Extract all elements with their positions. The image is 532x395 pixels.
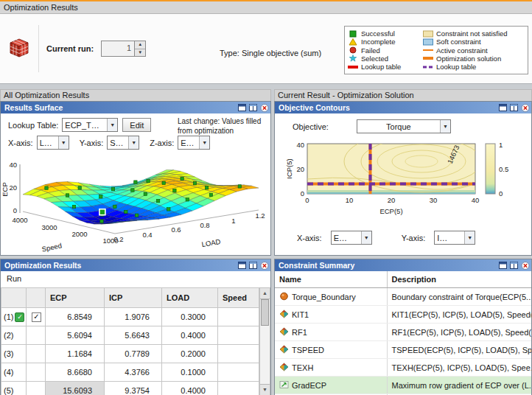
constraint-row[interactable]: KIT1 KIT1(ECP(5), ICP(5), LOAD(5), Speed… xyxy=(275,306,531,324)
scroll-up-button[interactable]: ▲ xyxy=(260,288,270,299)
x-tick: 0 xyxy=(305,196,309,204)
close-icon[interactable] xyxy=(520,261,530,270)
selected-marker-icon xyxy=(347,55,359,62)
load-axis-title: LOAD xyxy=(201,237,221,248)
speed-tick: 3000 xyxy=(41,223,57,231)
legend-item-lookup-table-purple: Lookup table xyxy=(422,63,525,71)
x-axis-label: X-axis: xyxy=(8,139,33,147)
edit-button[interactable]: Edit xyxy=(122,118,151,132)
col-header-ecp[interactable]: ECP xyxy=(46,288,105,308)
table-row[interactable]: (2) 5.6094 5.6643 0.4000 xyxy=(1,326,259,345)
table-row[interactable]: (3) 1.1684 0.7789 0.2000 xyxy=(1,345,259,363)
z-axis-title: ECP xyxy=(1,182,9,197)
chevron-down-icon: ▼ xyxy=(464,231,475,244)
chevron-down-icon: ▼ xyxy=(361,231,371,244)
constraint-row[interactable]: RF1 RF1(ECP(5), ICP(5), LOAD(5), Speed( xyxy=(275,324,531,341)
speed-tick: 2000 xyxy=(71,230,87,238)
lookup-table-label: Lookup Table: xyxy=(8,121,58,130)
x-axis-select[interactable]: L… ▼ xyxy=(37,136,69,150)
load-tick: 0.6 xyxy=(171,226,181,234)
undock-icon[interactable] xyxy=(509,103,519,112)
contour-y-axis-select[interactable]: I… ▼ xyxy=(434,231,475,245)
y-axis-select[interactable]: S… ▼ xyxy=(107,136,139,150)
contour-x-axis-label: X-axis: xyxy=(297,234,322,242)
legend-item-constraint-not-satisfied: Constraint not satisfied xyxy=(422,29,525,38)
failed-marker-icon xyxy=(347,46,359,54)
toolbar: Current run: 1 ▲ ▼ Type: Single objectiv… xyxy=(0,14,532,84)
spin-up-button[interactable]: ▲ xyxy=(135,41,145,49)
constraint-row-selected[interactable]: GradECP Maximum row gradient of ECP over… xyxy=(275,377,531,394)
load-tick: 1 xyxy=(231,217,235,225)
objective-contours-body: Objective: Torque ▼ xyxy=(275,113,531,255)
x-tick: 40 xyxy=(472,196,480,204)
toolbar-separator xyxy=(38,25,39,72)
model-constraint-icon xyxy=(279,327,289,338)
legend-item-optimization-solution: Optimization solution xyxy=(422,55,525,63)
vertical-scrollbar[interactable]: ▲ ▼ xyxy=(259,287,270,395)
load-tick: 0.4 xyxy=(142,231,152,239)
current-run-spinner[interactable]: 1 ▲ ▼ xyxy=(101,41,146,57)
results-surface-panel: Results Surface Lookup Table: ECP_T… ▼ xyxy=(0,101,271,256)
z-tick: 40 xyxy=(9,161,17,169)
model-constraint-icon xyxy=(279,345,289,355)
legend-item-failed: Failed xyxy=(347,46,422,55)
lookup-table-select[interactable]: ECP_T… ▼ xyxy=(62,118,118,132)
table-row[interactable]: (5) 15.6093 9.3754 0.4000 xyxy=(1,382,259,395)
scroll-down-button[interactable]: ▼ xyxy=(260,384,270,395)
load-tick: 1.2 xyxy=(255,212,265,220)
constraint-row[interactable]: TSPEED TSPEED(ECP(5), ICP(5), LOAD(5), S… xyxy=(275,341,531,359)
x-axis-title: ECP(5) xyxy=(379,207,402,215)
last-change-text: Last change: Values filled from optimiza… xyxy=(178,117,266,136)
contour-x-axis-select[interactable]: E… ▼ xyxy=(331,231,372,245)
objective-contour-plot[interactable]: 14673 40 20 0 ICP(5) 0 10 20 30 40 ECP(5… xyxy=(285,141,528,228)
view-options-icon[interactable] xyxy=(498,261,508,270)
all-results-header: All Optimization Results xyxy=(0,89,271,101)
z-axis-select[interactable]: E… ▼ xyxy=(178,136,210,150)
col-header-speed[interactable]: Speed xyxy=(218,288,259,308)
scrollbar-thumb[interactable] xyxy=(261,299,269,326)
view-options-icon[interactable] xyxy=(237,261,247,270)
col-header-load[interactable]: LOAD xyxy=(162,288,218,308)
view-options-icon[interactable] xyxy=(498,103,508,112)
undock-icon[interactable] xyxy=(248,261,258,270)
constraint-summary-title: Constraint Summary xyxy=(279,261,354,270)
constraint-row[interactable]: TEXH TEXH(ECP(5), ICP(5), LOAD(5), Spee.… xyxy=(275,359,531,377)
view-options-icon[interactable] xyxy=(237,103,247,112)
legend-box: Successful Incomplete Failed Selected Lo… xyxy=(344,26,528,74)
lookup-table-cube-icon xyxy=(7,36,31,61)
objective-select[interactable]: Torque ▼ xyxy=(357,119,451,133)
legend-item-active-constraint: Active constraint xyxy=(422,46,525,55)
col-header-description[interactable]: Description xyxy=(387,271,531,288)
undock-icon[interactable] xyxy=(509,261,519,270)
current-run-value[interactable]: 1 xyxy=(102,41,134,56)
speed-tick: 4000 xyxy=(12,216,27,224)
x-tick: 10 xyxy=(346,196,354,204)
spin-down-button[interactable]: ▼ xyxy=(135,49,145,57)
close-icon[interactable] xyxy=(259,261,269,270)
results-surface-3d-plot[interactable]: 40 20 0 ECP 4000 3000 2000 1000 Speed 0.… xyxy=(1,151,267,253)
results-surface-body: Lookup Table: ECP_T… ▼ Edit Last change:… xyxy=(1,113,270,255)
chevron-down-icon: ▼ xyxy=(128,136,139,149)
table-row[interactable]: (4) 8.6680 4.3766 0.1000 xyxy=(1,363,259,382)
close-icon[interactable] xyxy=(259,103,269,112)
objective-label: Objective: xyxy=(293,122,329,131)
optimization-type-text: Type: Single objective (sum) xyxy=(220,49,321,57)
window-titlebar: Optimization Results xyxy=(0,0,532,14)
current-result-header: Current Result - Optimization Solution xyxy=(274,89,532,101)
table-row[interactable]: (1)✓ ✓ 6.8549 1.9076 0.3000 xyxy=(1,308,259,326)
undock-icon[interactable] xyxy=(248,103,258,112)
legend-item-incomplete: Incomplete xyxy=(347,38,422,46)
y-tick: 40 xyxy=(296,141,304,149)
y-tick: 20 xyxy=(296,165,304,173)
run-label: Run xyxy=(1,271,270,286)
z-tick: 20 xyxy=(9,183,17,192)
optimization-solution-line-icon xyxy=(422,55,434,62)
accept-checkbox[interactable]: ✓ xyxy=(32,312,41,322)
lookup-table-line-icon xyxy=(347,63,359,71)
col-header-icp[interactable]: ICP xyxy=(105,288,162,308)
close-icon[interactable] xyxy=(520,103,530,112)
gradient-constraint-icon xyxy=(279,380,289,391)
col-header-name[interactable]: Name xyxy=(275,271,387,288)
constraint-row[interactable]: Torque_Boundary Boundary constraint of T… xyxy=(275,288,531,306)
constraint-summary-body: Name Description Torque_Boundary Boundar… xyxy=(275,271,531,395)
